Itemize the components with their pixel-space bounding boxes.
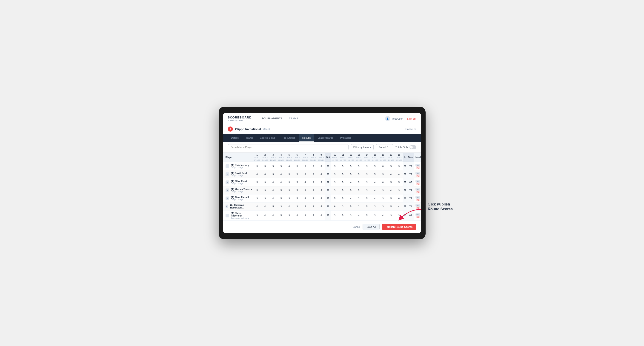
hole-7-score[interactable]: 3 (301, 170, 309, 178)
hole-8-score[interactable]: 3 (309, 186, 317, 194)
cancel-button[interactable]: Cancel (352, 225, 360, 228)
hole-6-score[interactable]: 5 (293, 186, 301, 194)
hole-3-score[interactable]: 4 (269, 210, 277, 221)
hole-15-score[interactable]: 4 (371, 194, 379, 202)
hole-12-score[interactable]: 5 (347, 170, 355, 178)
hole-6-score[interactable]: 3 (293, 202, 301, 210)
hole-12-score[interactable]: 5 (347, 186, 355, 194)
hole-8-score[interactable]: 6 (309, 162, 317, 170)
wd-tag[interactable]: WD (416, 172, 420, 174)
hole-14-score[interactable]: 5 (363, 202, 371, 210)
hole-10-score[interactable]: 3 (331, 210, 339, 221)
tab-details[interactable]: Details (228, 134, 242, 142)
tab-leaderboards[interactable]: Leaderboards (314, 134, 336, 142)
hole-8-score[interactable]: 3 (309, 202, 317, 210)
hole-11-score[interactable]: 5 (339, 162, 347, 170)
hole-13-score[interactable]: 5 (355, 162, 363, 170)
hole-17-score[interactable]: 3 (387, 210, 395, 221)
hole-12-score[interactable]: 4 (347, 194, 355, 202)
dq-tag[interactable]: DQ (416, 167, 420, 169)
save-all-button[interactable]: Save All (362, 224, 380, 230)
dq-tag[interactable]: DQ (416, 174, 420, 177)
hole-10-score[interactable]: 3 (331, 162, 339, 170)
hole-4-score[interactable]: 3 (277, 202, 285, 210)
hole-10-score[interactable]: 3 (331, 170, 339, 178)
hole-5-score[interactable]: 3 (285, 186, 293, 194)
hole-4-score[interactable]: 5 (277, 162, 285, 170)
hole-10-score[interactable]: 3 (331, 178, 339, 186)
hole-18-score[interactable]: 5 (395, 178, 403, 186)
hole-17-score[interactable]: 5 (387, 194, 395, 202)
hole-16-score[interactable]: 4 (379, 210, 387, 221)
hole-15-score[interactable]: 4 (371, 186, 379, 194)
hole-3-score[interactable]: 4 (269, 186, 277, 194)
hole-4-score[interactable]: 4 (277, 178, 285, 186)
hole-2-score[interactable]: 4 (261, 210, 269, 221)
cancel-header-btn[interactable]: Cancel ✕ (405, 128, 416, 131)
hole-10-score[interactable]: 3 (331, 186, 339, 194)
hole-13-score[interactable]: 3 (355, 202, 363, 210)
hole-7-score[interactable]: 4 (301, 194, 309, 202)
hole-17-score[interactable]: 4 (387, 186, 395, 194)
hole-10-score[interactable]: 6 (331, 202, 339, 210)
hole-12-score[interactable]: 5 (347, 202, 355, 210)
hole-7-score[interactable]: 5 (301, 162, 309, 170)
hole-17-score[interactable]: 5 (387, 178, 395, 186)
hole-5-score[interactable]: 4 (285, 202, 293, 210)
hole-14-score[interactable]: 3 (363, 186, 371, 194)
hole-3-score[interactable]: 4 (269, 194, 277, 202)
hole-1-score[interactable]: 3 (253, 194, 261, 202)
wd-tag[interactable]: WD (416, 164, 420, 167)
hole-14-score[interactable]: 5 (363, 194, 371, 202)
hole-17-score[interactable]: 5 (387, 162, 395, 170)
hole-14-score[interactable]: 3 (363, 178, 371, 186)
hole-1-score[interactable]: 3 (253, 162, 261, 170)
hole-15-score[interactable]: 3 (371, 210, 379, 221)
hole-14-score[interactable]: 3 (363, 162, 371, 170)
hole-15-score[interactable]: 5 (371, 170, 379, 178)
hole-2-score[interactable]: 3 (261, 162, 269, 170)
hole-6-score[interactable]: 4 (293, 210, 301, 221)
hole-7-score[interactable]: 3 (301, 186, 309, 194)
wd-tag[interactable]: WD (416, 188, 420, 190)
hole-13-score[interactable]: 4 (355, 210, 363, 221)
hole-16-score[interactable]: 6 (379, 178, 387, 186)
hole-9-score[interactable]: 3 (317, 162, 325, 170)
hole-2-score[interactable]: 6 (261, 170, 269, 178)
toggle-switch[interactable] (410, 145, 416, 149)
hole-4-score[interactable]: 5 (277, 194, 285, 202)
hole-15-score[interactable]: 5 (371, 162, 379, 170)
hole-11-score[interactable]: 5 (339, 210, 347, 221)
hole-11-score[interactable]: 5 (339, 178, 347, 186)
hole-4-score[interactable]: 5 (277, 210, 285, 221)
hole-5-score[interactable]: 3 (285, 170, 293, 178)
hole-12-score[interactable]: 3 (347, 210, 355, 221)
hole-9-score[interactable]: 5 (317, 186, 325, 194)
hole-11-score[interactable]: 5 (339, 186, 347, 194)
hole-6-score[interactable]: 5 (293, 170, 301, 178)
search-input[interactable] (228, 144, 348, 150)
hole-4-score[interactable]: 5 (277, 186, 285, 194)
hole-6-score[interactable]: 5 (293, 178, 301, 186)
hole-5-score[interactable]: 3 (285, 178, 293, 186)
hole-9-score[interactable]: 4 (317, 170, 325, 178)
hole-1-score[interactable]: 5 (253, 178, 261, 186)
hole-18-score[interactable]: 3 (395, 162, 403, 170)
hole-3-score[interactable]: 5 (269, 162, 277, 170)
nav-link-teams[interactable]: TEAMS (286, 113, 302, 124)
hole-2-score[interactable]: 4 (261, 202, 269, 210)
hole-14-score[interactable]: 5 (363, 210, 371, 221)
tab-tee-groups[interactable]: Tee Groups (279, 134, 299, 142)
hole-18-score[interactable]: 4 (395, 170, 403, 178)
hole-18-score[interactable]: 6 (395, 194, 403, 202)
hole-1-score[interactable]: 5 (253, 186, 261, 194)
hole-9-score[interactable]: 5 (317, 202, 325, 210)
hole-16-score[interactable]: 3 (379, 194, 387, 202)
nav-link-tournaments[interactable]: TOURNAMENTS (258, 113, 286, 124)
hole-11-score[interactable]: 5 (339, 170, 347, 178)
hole-8-score[interactable]: 3 (309, 194, 317, 202)
hole-13-score[interactable]: 5 (355, 170, 363, 178)
hole-11-score[interactable]: 5 (339, 194, 347, 202)
hole-8-score[interactable]: 5 (309, 210, 317, 221)
hole-5-score[interactable]: 3 (285, 194, 293, 202)
